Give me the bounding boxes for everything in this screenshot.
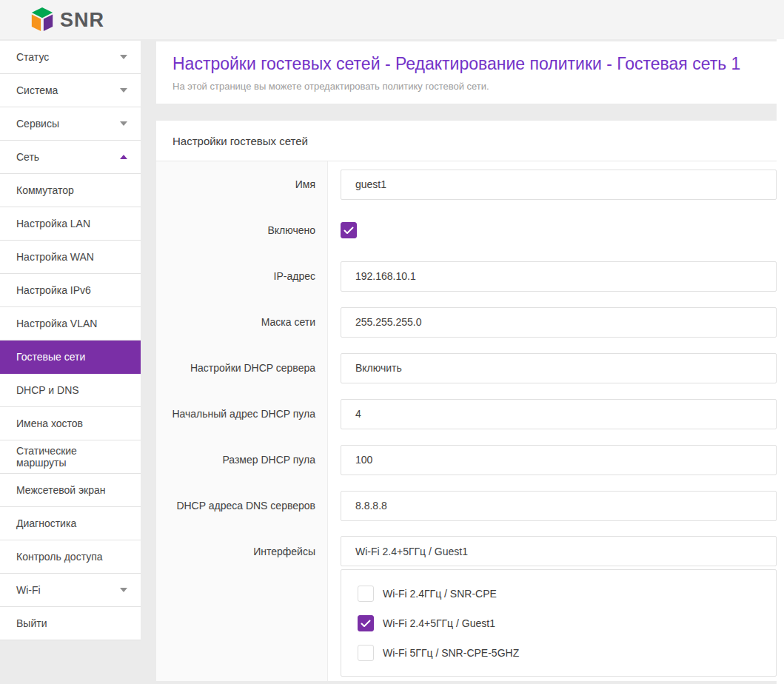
sidebar-item-services[interactable]: Сервисы	[0, 107, 141, 141]
chevron-down-icon	[120, 121, 127, 126]
ip-address-input[interactable]	[341, 261, 777, 292]
logo-orange-face	[32, 14, 41, 31]
sidebar-item-status[interactable]: Статус	[0, 41, 141, 74]
netmask-input[interactable]	[341, 307, 777, 338]
form-row-dhcp-pool-start: Начальный адрес DHCP пула	[156, 391, 777, 437]
snr-logo-icon	[30, 7, 55, 33]
interface-option-label: Wi-Fi 5ГГц / SNR-CPE-5GHZ	[383, 647, 519, 659]
field-label-interfaces: Интерфейсы	[156, 529, 328, 681]
page-subtitle: На этой странице вы можете отредактирова…	[172, 81, 760, 92]
sidebar-item-switch[interactable]: Коммутатор	[0, 174, 141, 207]
sidebar: СтатусСистемаСервисыСетьКоммутаторНастро…	[0, 41, 141, 640]
sidebar-item-vlan-settings[interactable]: Настройка VLAN	[0, 307, 141, 341]
field-label-dhcp-dns-servers: DHCP адреса DNS серверов	[156, 483, 328, 529]
sidebar-item-label: Диагностика	[16, 517, 76, 529]
interfaces-options-panel: Wi-Fi 2.4ГГц / SNR-CPEWi-Fi 2.4+5ГГц / G…	[341, 569, 777, 677]
sidebar-item-dhcp-dns[interactable]: DHCP и DNS	[0, 374, 141, 407]
sidebar-item-label: Настройка LAN	[16, 218, 90, 229]
field-label-enabled: Включено	[156, 207, 328, 253]
sidebar-item-label: Межсетевой экран	[16, 484, 106, 496]
form-row-name: Имя	[156, 161, 777, 207]
field-control-enabled	[328, 207, 777, 253]
sidebar-item-label: Статус	[16, 51, 49, 63]
enabled-checkbox[interactable]	[341, 222, 357, 238]
field-control-interfaces: Wi-Fi 2.4ГГц / SNR-CPEWi-Fi 2.4+5ГГц / G…	[328, 529, 777, 681]
sidebar-item-label: Коммутатор	[16, 184, 74, 196]
sidebar-item-label: Гостевые сети	[16, 351, 85, 363]
sidebar-item-label: Сервисы	[16, 118, 59, 130]
sidebar-item-diagnostics[interactable]: Диагностика	[0, 507, 141, 540]
logo-purple-face	[44, 14, 53, 31]
interface-option-checkbox[interactable]	[358, 615, 374, 631]
interface-option[interactable]: Wi-Fi 2.4+5ГГц / Guest1	[358, 615, 761, 631]
sidebar-item-wifi[interactable]: Wi-Fi	[0, 574, 141, 607]
sidebar-item-label: Статические маршруты	[16, 445, 127, 469]
sidebar-item-label: Сеть	[16, 151, 39, 163]
field-label-dhcp-pool-start: Начальный адрес DHCP пула	[156, 391, 328, 437]
sidebar-item-label: Настройка WAN	[16, 251, 94, 263]
name-input[interactable]	[341, 170, 777, 200]
interface-option[interactable]: Wi-Fi 2.4ГГц / SNR-CPE	[358, 586, 761, 602]
sidebar-item-label: Настройка IPv6	[16, 284, 91, 296]
sidebar-item-logout[interactable]: Выйти	[0, 607, 141, 640]
field-label-dhcp-server: Настройки DHCP сервера	[156, 345, 328, 391]
sidebar-item-label: Имена хостов	[16, 418, 83, 429]
sidebar-item-network[interactable]: Сеть	[0, 141, 141, 174]
form-row-netmask: Маска сети	[156, 299, 777, 345]
sidebar-item-ipv6-settings[interactable]: Настройка IPv6	[0, 274, 141, 307]
dhcp-dns-servers-input[interactable]	[341, 491, 777, 521]
form-card: Настройки гостевых сетей ИмяВключеноIP-а…	[156, 121, 777, 681]
sidebar-item-label: Контроль доступа	[16, 551, 103, 563]
page-header-card: Настройки гостевых сетей - Редактировани…	[156, 41, 777, 104]
field-control-dhcp-pool-start	[328, 391, 777, 437]
chevron-down-icon	[120, 88, 127, 93]
field-control-netmask	[328, 299, 777, 345]
field-control-dhcp-server	[328, 345, 777, 391]
form-row-dhcp-pool-size: Размер DHCP пула	[156, 437, 777, 483]
field-label-netmask: Маска сети	[156, 299, 328, 345]
chevron-up-icon	[120, 155, 127, 159]
field-label-dhcp-pool-size: Размер DHCP пула	[156, 437, 328, 483]
interface-option-checkbox[interactable]	[358, 645, 374, 661]
sidebar-item-system[interactable]: Система	[0, 74, 141, 107]
form-row-enabled: Включено	[156, 207, 777, 253]
form-row-dhcp-server: Настройки DHCP сервера	[156, 345, 777, 391]
topbar: SNR	[0, 0, 784, 39]
sidebar-item-hostnames[interactable]: Имена хостов	[0, 407, 141, 440]
dhcp-pool-size-input[interactable]	[341, 445, 777, 475]
field-label-name: Имя	[156, 161, 328, 207]
interfaces-input[interactable]	[341, 536, 777, 566]
sidebar-item-access-control[interactable]: Контроль доступа	[0, 540, 141, 574]
form-row-dhcp-dns-servers: DHCP адреса DNS серверов	[156, 483, 777, 529]
dhcp-server-input[interactable]	[341, 353, 777, 383]
form-card-title: Настройки гостевых сетей	[156, 121, 777, 161]
interface-option-label: Wi-Fi 2.4ГГц / SNR-CPE	[383, 588, 497, 600]
field-control-dhcp-dns-servers	[328, 483, 777, 529]
interface-option[interactable]: Wi-Fi 5ГГц / SNR-CPE-5GHZ	[358, 645, 761, 661]
scrollbar[interactable]	[777, 39, 784, 684]
page-title: Настройки гостевых сетей - Редактировани…	[172, 54, 760, 74]
sidebar-item-lan-settings[interactable]: Настройка LAN	[0, 207, 141, 241]
sidebar-item-guest-networks[interactable]: Гостевые сети	[0, 341, 141, 374]
sidebar-item-label: Система	[16, 84, 58, 96]
field-control-name	[328, 161, 777, 207]
form-body: ИмяВключеноIP-адресМаска сетиНастройки D…	[156, 161, 777, 681]
sidebar-item-label: Настройка VLAN	[16, 318, 97, 329]
brand-logo: SNR	[30, 7, 104, 33]
sidebar-item-label: DHCP и DNS	[16, 384, 79, 396]
sidebar-item-firewall[interactable]: Межсетевой экран	[0, 474, 141, 507]
form-row-ip-address: IP-адрес	[156, 253, 777, 299]
field-control-dhcp-pool-size	[328, 437, 777, 483]
sidebar-item-static-routes[interactable]: Статические маршруты	[0, 440, 141, 474]
form-row-interfaces: ИнтерфейсыWi-Fi 2.4ГГц / SNR-CPEWi-Fi 2.…	[156, 529, 777, 681]
interface-option-label: Wi-Fi 2.4+5ГГц / Guest1	[383, 617, 495, 629]
field-control-ip-address	[328, 253, 777, 299]
field-label-ip-address: IP-адрес	[156, 253, 328, 299]
interface-option-checkbox[interactable]	[358, 586, 374, 602]
chevron-down-icon	[120, 55, 127, 59]
sidebar-item-label: Wi-Fi	[16, 584, 41, 596]
sidebar-item-label: Выйти	[16, 617, 47, 629]
dhcp-pool-start-input[interactable]	[341, 399, 777, 429]
sidebar-item-wan-settings[interactable]: Настройка WAN	[0, 241, 141, 274]
chevron-down-icon	[120, 588, 127, 592]
